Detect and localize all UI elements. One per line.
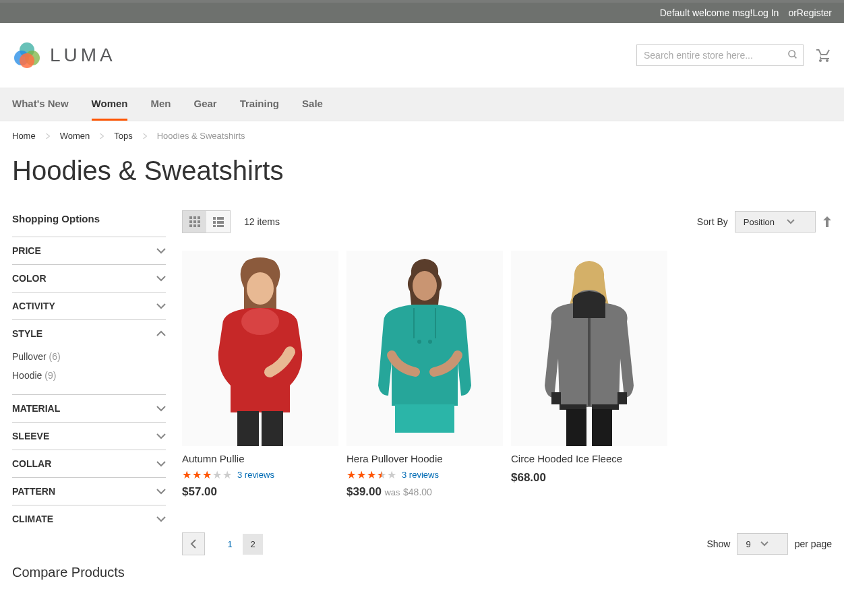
view-grid-button[interactable] [183, 211, 206, 233]
svg-point-23 [247, 272, 274, 305]
sort-direction-icon[interactable] [822, 216, 832, 227]
reviews-link[interactable]: 3 reviews [402, 470, 439, 480]
show-label: Show [706, 538, 730, 549]
svg-rect-25 [237, 411, 259, 446]
svg-point-4 [789, 51, 795, 57]
chevron-up-icon [156, 330, 166, 337]
search-input[interactable] [636, 44, 804, 66]
grid-icon [189, 216, 200, 227]
chevron-right-icon [99, 133, 104, 139]
svg-rect-19 [213, 225, 216, 227]
chevron-down-icon [156, 405, 166, 412]
svg-rect-20 [217, 225, 224, 227]
product-name[interactable]: Hera Pullover Hoodie [346, 446, 503, 467]
chevron-down-icon [787, 219, 795, 224]
filter-style[interactable]: STYLE [12, 319, 166, 347]
breadcrumb-current: Hoodies & Sweatshirts [157, 131, 245, 141]
chevron-down-icon [156, 275, 166, 282]
filter-option-count: (6) [49, 351, 60, 362]
sort-by-label: Sort By [697, 216, 728, 227]
svg-rect-36 [560, 404, 586, 410]
filter-label: PRICE [12, 245, 41, 256]
svg-rect-38 [551, 392, 561, 404]
logo[interactable]: LUMA [12, 40, 116, 70]
filter-option-name: Hoodie [12, 370, 42, 381]
nav-women[interactable]: Women [92, 88, 128, 121]
search-wrap [636, 44, 804, 66]
nav-whats-new[interactable]: What's New [12, 88, 69, 121]
breadcrumb-women[interactable]: Women [60, 131, 90, 141]
filter-label: COLOR [12, 273, 47, 284]
filter-sleeve[interactable]: SLEEVE [12, 422, 166, 450]
old-price: $48.00 [403, 487, 432, 497]
breadcrumbs: Home Women Tops Hoodies & Sweatshirts [0, 121, 844, 150]
svg-rect-13 [193, 224, 196, 227]
nav-training[interactable]: Training [240, 88, 279, 121]
filter-collar[interactable]: COLLAR [12, 450, 166, 477]
product-image[interactable] [182, 251, 338, 446]
chevron-down-icon [156, 516, 166, 522]
svg-rect-8 [198, 216, 200, 219]
compare-products-title: Compare Products [12, 532, 166, 580]
breadcrumb-tops[interactable]: Tops [114, 131, 132, 141]
sort-select[interactable]: Position [735, 211, 816, 233]
filter-option-name: Pullover [12, 351, 47, 362]
svg-rect-37 [592, 404, 619, 410]
chevron-down-icon [156, 303, 166, 309]
sidebar: Shopping Options PRICE COLOR ACTIVITY ST… [12, 206, 166, 580]
pager-prev[interactable] [182, 532, 205, 555]
nav-sale[interactable]: Sale [302, 88, 323, 121]
view-modes [182, 210, 231, 233]
product-name[interactable]: Autumn Pullie [182, 446, 338, 467]
filter-option-count: (9) [44, 370, 56, 381]
register-link[interactable]: Register [797, 7, 832, 18]
product-image[interactable] [511, 251, 667, 446]
svg-point-30 [417, 340, 421, 344]
filter-activity[interactable]: ACTIVITY [12, 292, 166, 319]
rating-stars: ★★★★★ [346, 468, 396, 481]
chevron-down-icon [156, 247, 166, 254]
filter-color[interactable]: COLOR [12, 264, 166, 292]
filter-material[interactable]: MATERIAL [12, 394, 166, 422]
svg-point-29 [413, 271, 437, 301]
logo-icon [12, 40, 42, 70]
filter-pattern[interactable]: PATTERN [12, 477, 166, 505]
chevron-down-icon [760, 541, 768, 547]
product-price: $68.00 [511, 467, 667, 485]
login-link[interactable]: Log In [752, 7, 779, 18]
pager-page-2[interactable]: 2 [243, 534, 263, 555]
show-select[interactable]: 9 [737, 533, 787, 555]
product-name[interactable]: Circe Hooded Ice Fleece [511, 446, 667, 467]
breadcrumb-home[interactable]: Home [12, 131, 36, 141]
cart-icon[interactable] [816, 47, 832, 63]
filter-label: MATERIAL [12, 403, 60, 414]
svg-rect-39 [617, 392, 627, 404]
reviews-link[interactable]: 3 reviews [237, 470, 274, 480]
view-list-button[interactable] [206, 211, 230, 233]
product-price: $39.00 [346, 485, 382, 498]
filter-price[interactable]: PRICE [12, 237, 166, 264]
filter-climate[interactable]: CLIMATE [12, 505, 166, 532]
toolbar-top: 12 items Sort By Position [182, 206, 832, 244]
svg-rect-7 [193, 216, 196, 219]
rating-stars: ★★★★★ [182, 468, 232, 481]
nav-men[interactable]: Men [150, 88, 171, 121]
product-image[interactable] [346, 251, 503, 446]
svg-rect-14 [198, 224, 200, 227]
svg-rect-9 [189, 220, 192, 223]
pager-page-1[interactable]: 1 [220, 534, 240, 555]
filter-label: ACTIVITY [12, 301, 55, 311]
per-page-label: per page [795, 538, 832, 549]
svg-point-31 [428, 340, 432, 344]
chevron-right-icon [45, 133, 51, 139]
svg-rect-6 [189, 216, 192, 219]
nav-gear[interactable]: Gear [193, 88, 216, 121]
product-card: Circe Hooded Ice Fleece $68.00 [511, 251, 667, 499]
filter-option-hoodie[interactable]: Hoodie (9) [12, 366, 166, 385]
filter-label: STYLE [12, 328, 42, 339]
search-icon[interactable] [787, 49, 798, 60]
svg-rect-18 [217, 221, 224, 224]
svg-rect-11 [198, 220, 200, 223]
filter-option-pullover[interactable]: Pullover (6) [12, 347, 166, 366]
product-grid: Autumn Pullie ★★★★★ 3 reviews $57.00 Her… [182, 244, 832, 499]
